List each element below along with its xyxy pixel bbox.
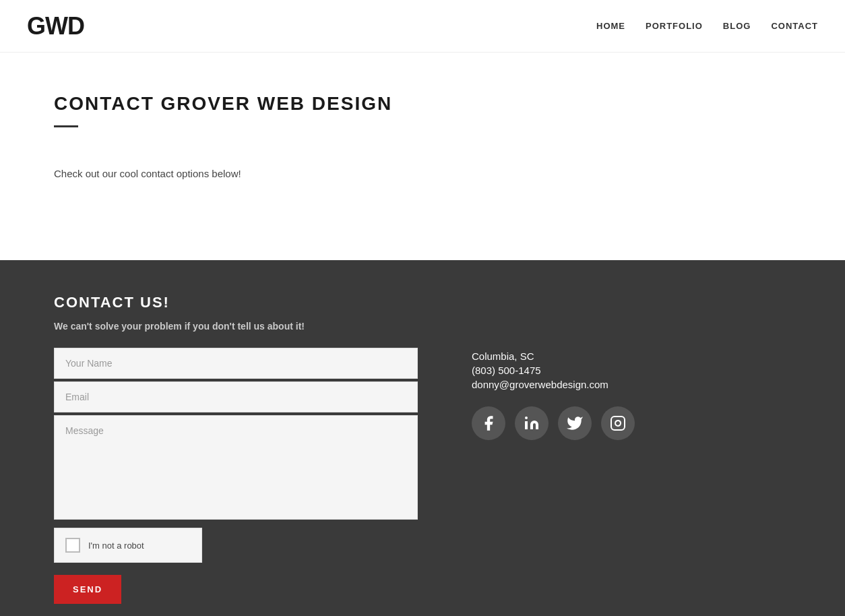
contact-title: CONTACT US!	[54, 294, 791, 311]
contact-subtitle: We can't solve your problem if you don't…	[54, 321, 791, 332]
facebook-icon[interactable]	[472, 406, 505, 440]
send-button[interactable]: SEND	[54, 575, 121, 604]
name-input[interactable]	[54, 348, 418, 379]
contact-section: CONTACT US! We can't solve your problem …	[0, 260, 845, 616]
contact-form: I'm not a robot SEND	[54, 348, 418, 604]
site-header: GWD HOME PORTFOLIO BLOG CONTACT	[0, 0, 845, 53]
linkedin-icon[interactable]	[515, 406, 549, 440]
contact-email: donny@groverwebdesign.com	[472, 379, 791, 390]
message-input[interactable]	[54, 415, 418, 520]
contact-info: Columbia, SC (803) 500-1475 donny@grover…	[472, 348, 791, 440]
site-logo[interactable]: GWD	[27, 12, 84, 40]
page-title: CONTACT GROVER WEB DESIGN	[54, 93, 791, 115]
nav-contact[interactable]: CONTACT	[771, 21, 818, 31]
recaptcha-widget[interactable]: I'm not a robot	[54, 528, 202, 563]
title-underline	[54, 125, 78, 127]
email-input[interactable]	[54, 381, 418, 412]
contact-city: Columbia, SC	[472, 350, 791, 362]
svg-rect-0	[525, 421, 528, 429]
page-description: Check out our cool contact options below…	[54, 168, 791, 179]
svg-rect-2	[611, 417, 625, 430]
recaptcha-label: I'm not a robot	[88, 541, 144, 551]
nav-home[interactable]: HOME	[596, 21, 625, 31]
nav-blog[interactable]: BLOG	[723, 21, 751, 31]
social-icons	[472, 406, 791, 440]
contact-phone: (803) 500-1475	[472, 365, 791, 376]
nav-portfolio[interactable]: PORTFOLIO	[646, 21, 703, 31]
instagram-icon[interactable]	[601, 406, 635, 440]
main-nav: HOME PORTFOLIO BLOG CONTACT	[596, 21, 818, 31]
main-content: CONTACT GROVER WEB DESIGN Check out our …	[0, 53, 845, 260]
contact-layout: I'm not a robot SEND Columbia, SC (803) …	[54, 348, 791, 604]
twitter-icon[interactable]	[558, 406, 592, 440]
recaptcha-checkbox[interactable]	[65, 538, 80, 553]
svg-point-1	[525, 417, 528, 419]
